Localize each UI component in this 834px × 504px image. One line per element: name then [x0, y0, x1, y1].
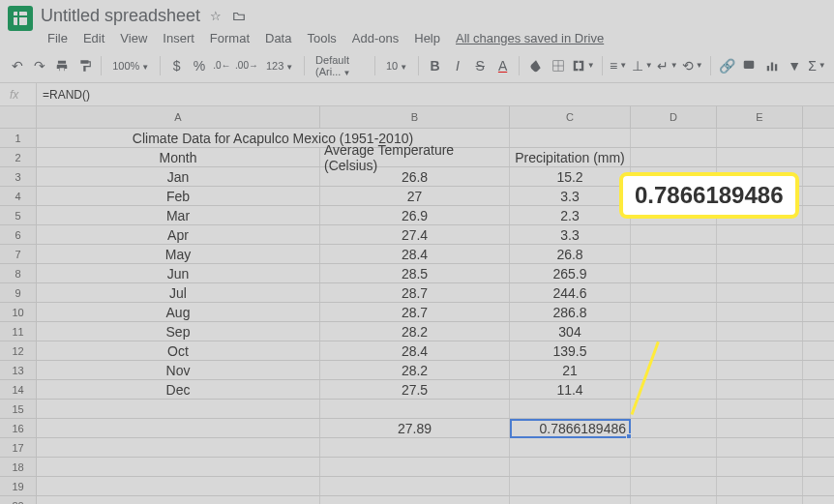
cell-A18[interactable]: [37, 458, 320, 476]
print-icon[interactable]: [53, 54, 72, 77]
cell-C14[interactable]: 11.4: [510, 380, 631, 399]
wrap-icon[interactable]: ↵▼: [657, 54, 678, 77]
star-icon[interactable]: ☆: [208, 9, 223, 24]
menu-data[interactable]: Data: [258, 28, 298, 48]
paint-format-icon[interactable]: [75, 54, 94, 77]
borders-icon[interactable]: [549, 54, 567, 77]
fill-color-icon[interactable]: [526, 54, 545, 77]
v-align-icon[interactable]: ⊥▼: [632, 54, 653, 77]
cell-E20[interactable]: [717, 496, 803, 504]
comment-icon[interactable]: [740, 54, 759, 77]
currency-icon[interactable]: $: [167, 54, 186, 77]
cell-A20[interactable]: [37, 496, 320, 504]
redo-icon[interactable]: ↷: [30, 54, 48, 77]
menu-format[interactable]: Format: [203, 28, 256, 48]
cell-E13[interactable]: [717, 361, 803, 379]
cell-B8[interactable]: 28.5: [320, 264, 510, 282]
menu-tools[interactable]: Tools: [300, 28, 343, 48]
col-header-b[interactable]: B: [320, 106, 510, 128]
cell-E15[interactable]: [717, 400, 803, 418]
cell-D8[interactable]: [631, 264, 717, 282]
cell-E6[interactable]: [717, 225, 803, 244]
cell-D10[interactable]: [631, 303, 717, 321]
cell-D12[interactable]: [631, 341, 717, 360]
font-select[interactable]: Default (Ari...▼: [312, 54, 368, 77]
cell-B9[interactable]: 28.7: [320, 283, 510, 302]
row-header[interactable]: 20: [0, 496, 37, 504]
row-header[interactable]: 9: [0, 283, 37, 302]
link-icon[interactable]: 🔗: [717, 54, 735, 77]
menu-view[interactable]: View: [113, 28, 154, 48]
cell-A11[interactable]: Sep: [37, 322, 320, 341]
cell-A14[interactable]: Dec: [37, 380, 320, 399]
menu-edit[interactable]: Edit: [76, 28, 111, 48]
row-header[interactable]: 6: [0, 225, 37, 244]
cell-B4[interactable]: 27: [320, 187, 510, 205]
doc-title[interactable]: Untitled spreadsheet: [41, 6, 200, 26]
cell-A3[interactable]: Jan: [37, 167, 320, 186]
cell-B2[interactable]: Average Temperature (Celsius): [320, 148, 510, 166]
cell-B16[interactable]: 27.89: [320, 419, 510, 437]
cell-B6[interactable]: 27.4: [320, 225, 510, 244]
cell-A13[interactable]: Nov: [37, 361, 320, 379]
cell-C5[interactable]: 2.3: [510, 206, 631, 224]
cell-E12[interactable]: [717, 341, 803, 360]
row-header[interactable]: 14: [0, 380, 37, 399]
cell-C17[interactable]: [510, 438, 631, 457]
cell-C20[interactable]: [510, 496, 631, 504]
cell-C9[interactable]: 244.6: [510, 283, 631, 302]
cell-A8[interactable]: Jun: [37, 264, 320, 282]
cell-B12[interactable]: 28.4: [320, 341, 510, 360]
cell-C3[interactable]: 15.2: [510, 167, 631, 186]
cell-E19[interactable]: [717, 477, 803, 495]
zoom-select[interactable]: 100%▼: [108, 60, 153, 72]
row-header[interactable]: 12: [0, 341, 37, 360]
decrease-decimal-icon[interactable]: .0←: [213, 54, 231, 77]
cell-A6[interactable]: Apr: [37, 225, 320, 244]
cell-A17[interactable]: [37, 438, 320, 457]
cell-B17[interactable]: [320, 438, 510, 457]
cell-A19[interactable]: [37, 477, 320, 495]
percent-icon[interactable]: %: [190, 54, 208, 77]
cell-E2[interactable]: [717, 148, 803, 166]
drive-status[interactable]: All changes saved in Drive: [449, 28, 611, 48]
cell-E16[interactable]: [717, 419, 803, 437]
menu-help[interactable]: Help: [407, 28, 447, 48]
cell-A4[interactable]: Feb: [37, 187, 320, 205]
cell-C2[interactable]: Precipitation (mm): [510, 148, 631, 166]
cell-B7[interactable]: 28.4: [320, 245, 510, 263]
cell-E17[interactable]: [717, 438, 803, 457]
more-formats[interactable]: 123▼: [262, 60, 297, 72]
cell-B5[interactable]: 26.9: [320, 206, 510, 224]
chart-icon[interactable]: [762, 54, 781, 77]
row-header[interactable]: 7: [0, 245, 37, 263]
cell-B10[interactable]: 28.7: [320, 303, 510, 321]
cell-E8[interactable]: [717, 264, 803, 282]
cell-E18[interactable]: [717, 458, 803, 476]
cell-B20[interactable]: [320, 496, 510, 504]
col-header-a[interactable]: A: [37, 106, 320, 128]
cell-D16[interactable]: [631, 419, 717, 437]
cell-D1[interactable]: [631, 129, 717, 147]
cell-C16[interactable]: 0.7866189486: [510, 419, 631, 437]
move-folder-icon[interactable]: [231, 9, 247, 24]
italic-icon[interactable]: I: [448, 54, 466, 77]
cell-D6[interactable]: [631, 225, 717, 244]
cell-E10[interactable]: [717, 303, 803, 321]
cell-A9[interactable]: Jul: [37, 283, 320, 302]
cell-B15[interactable]: [320, 400, 510, 418]
row-header[interactable]: 11: [0, 322, 37, 341]
cell-E7[interactable]: [717, 245, 803, 263]
row-header[interactable]: 1: [0, 129, 37, 147]
cell-B11[interactable]: 28.2: [320, 322, 510, 341]
strikethrough-icon[interactable]: S: [471, 54, 490, 77]
cell-E14[interactable]: [717, 380, 803, 399]
row-header[interactable]: 3: [0, 167, 37, 186]
rotate-icon[interactable]: ⟲▼: [682, 54, 703, 77]
cell-C1[interactable]: [510, 129, 631, 147]
cell-C10[interactable]: 286.8: [510, 303, 631, 321]
cell-B19[interactable]: [320, 477, 510, 495]
cell-C13[interactable]: 21: [510, 361, 631, 379]
cell-D11[interactable]: [631, 322, 717, 341]
cell-A15[interactable]: [37, 400, 320, 418]
